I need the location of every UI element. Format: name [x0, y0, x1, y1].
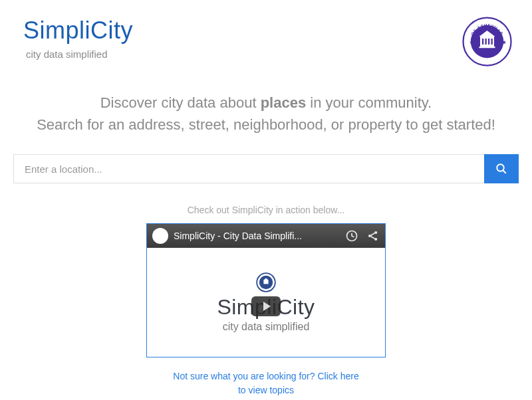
video-sub-text: city data simplified [223, 321, 310, 333]
svg-rect-8 [485, 39, 487, 45]
watch-later-icon[interactable] [345, 229, 358, 243]
brand-title[interactable]: SimpliCity [23, 17, 133, 45]
intro-bold: places [261, 94, 307, 111]
play-button[interactable] [251, 296, 281, 316]
video-embed[interactable]: SimpliCity - City Data Simplifi... Simpl… [146, 223, 386, 357]
svg-rect-9 [488, 39, 489, 45]
svg-rect-20 [263, 280, 268, 284]
search-button[interactable] [484, 154, 519, 183]
video-caption: Check out SimpliCity in action below... [0, 205, 532, 215]
svg-rect-10 [491, 39, 493, 45]
intro-pre: Discover city data about [100, 94, 261, 111]
city-seal[interactable]: OF ASHEVILLE NORTH CAROLINA ★ ★ [462, 17, 512, 66]
video-body: SimpliCity city data simplified [147, 248, 385, 357]
intro-text: Discover city data about places in your … [0, 92, 532, 136]
svg-line-13 [503, 170, 506, 173]
svg-rect-11 [479, 47, 495, 48]
brand-tagline: city data simplified [26, 49, 133, 60]
svg-rect-7 [482, 39, 483, 45]
svg-text:★: ★ [502, 40, 507, 45]
play-icon [263, 302, 271, 311]
video-header: SimpliCity - City Data Simplifi... [147, 224, 385, 248]
intro-line2: Search for an address, street, neighborh… [13, 114, 519, 136]
svg-text:★: ★ [469, 40, 474, 45]
location-search-input[interactable] [13, 154, 484, 183]
video-logo-icon [256, 272, 276, 292]
brand-block: SimpliCity city data simplified [23, 17, 133, 60]
search-icon [495, 163, 507, 175]
channel-avatar-icon [152, 228, 168, 244]
intro-post: in your community. [306, 94, 432, 111]
svg-point-12 [497, 164, 504, 171]
share-icon[interactable] [366, 229, 380, 243]
view-topics-link[interactable]: Not sure what you are looking for? Click… [0, 369, 532, 397]
video-title[interactable]: SimpliCity - City Data Simplifi... [174, 231, 340, 241]
search-row [13, 154, 519, 183]
